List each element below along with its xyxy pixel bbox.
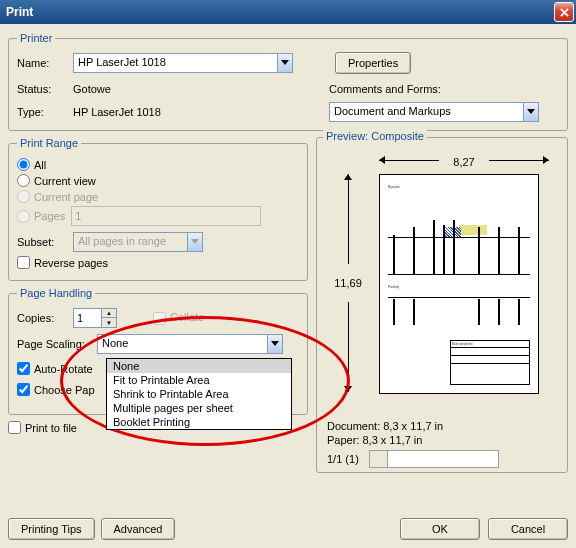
copies-input[interactable]: [73, 308, 101, 328]
range-all-radio[interactable]: [17, 158, 30, 171]
reverse-pages-label: Reverse pages: [34, 257, 108, 269]
window-title: Print: [6, 5, 33, 19]
print-range-group: Print Range All Current view Current pag…: [8, 137, 308, 281]
close-icon: [560, 8, 569, 17]
name-label: Name:: [17, 57, 67, 69]
preview-group: Preview: Composite 8,27 11,69 Rysunek: [316, 137, 568, 473]
printer-name-value: HP LaserJet 1018: [73, 53, 277, 73]
page-scaling-dropdown-list[interactable]: None Fit to Printable Area Shrink to Pri…: [106, 358, 292, 430]
range-pages-input: [71, 206, 261, 226]
copies-spinner[interactable]: ▲▼: [73, 308, 117, 328]
preview-legend: Preview: Composite: [323, 130, 427, 142]
subset-select: All pages in range: [73, 232, 203, 252]
preview-doc-size: Document: 8,3 x 11,7 in: [327, 420, 443, 432]
scaling-option[interactable]: Fit to Printable Area: [107, 373, 291, 387]
status-value: Gotowe: [73, 83, 111, 95]
cancel-button[interactable]: Cancel: [488, 518, 568, 540]
comments-label: Comments and Forms:: [329, 83, 441, 95]
scaling-label: Page Scaling:: [17, 338, 91, 350]
auto-rotate-checkbox[interactable]: [17, 362, 30, 375]
auto-rotate-label: Auto-Rotate: [34, 363, 93, 375]
range-legend: Print Range: [17, 137, 81, 149]
spin-down-icon[interactable]: ▼: [102, 318, 116, 327]
subset-label: Subset:: [17, 236, 67, 248]
print-to-file-label: Print to file: [25, 422, 77, 434]
scaling-option[interactable]: Multiple pages per sheet: [107, 401, 291, 415]
printer-group: Printer Name: HP LaserJet 1018 Propertie…: [8, 32, 568, 131]
chevron-down-icon: [267, 334, 283, 354]
range-current-view-radio[interactable]: [17, 174, 30, 187]
close-button[interactable]: [554, 2, 574, 22]
printing-tips-button[interactable]: Printing Tips: [8, 518, 95, 540]
printer-name-select[interactable]: HP LaserJet 1018: [73, 53, 293, 73]
chevron-down-icon: [187, 232, 203, 252]
range-current-view-label: Current view: [34, 175, 96, 187]
copies-label: Copies:: [17, 312, 67, 324]
range-current-page-label: Current page: [34, 191, 98, 203]
choose-paper-checkbox[interactable]: [17, 383, 30, 396]
type-value: HP LaserJet 1018: [73, 106, 161, 118]
range-all-label: All: [34, 159, 46, 171]
range-pages-radio: [17, 210, 30, 223]
title-bar: Print: [0, 0, 576, 24]
comments-value: Document and Markups: [329, 102, 523, 122]
reverse-pages-checkbox[interactable]: [17, 256, 30, 269]
properties-button[interactable]: Properties: [335, 52, 411, 74]
scaling-option[interactable]: Shrink to Printable Area: [107, 387, 291, 401]
collate-checkbox: [153, 312, 166, 325]
collate-label: Collate: [170, 311, 204, 323]
range-pages-label: Pages: [34, 210, 65, 222]
subset-value: All pages in range: [73, 232, 187, 252]
preview-width-value: 8,27: [453, 156, 474, 168]
handling-legend: Page Handling: [17, 287, 95, 299]
scaling-option[interactable]: None: [107, 359, 291, 373]
preview-page-indicator: 1/1 (1): [327, 453, 359, 465]
ok-button[interactable]: OK: [400, 518, 480, 540]
advanced-button[interactable]: Advanced: [101, 518, 176, 540]
chevron-down-icon: [523, 102, 539, 122]
choose-paper-label: Choose Pap: [34, 384, 95, 396]
preview-width-dim: 8,27: [379, 156, 549, 168]
preview-paper-size: Paper: 8,3 x 11,7 in: [327, 434, 422, 446]
preview-height-dim: 11,69: [331, 174, 365, 392]
status-label: Status:: [17, 83, 67, 95]
chevron-down-icon: [277, 53, 293, 73]
print-to-file-checkbox[interactable]: [8, 421, 21, 434]
comments-select[interactable]: Document and Markups: [329, 102, 539, 122]
page-scaling-value: None: [97, 334, 267, 354]
preview-page: Rysunek: [379, 174, 539, 394]
scaling-option[interactable]: Booklet Printing: [107, 415, 291, 429]
type-label: Type:: [17, 106, 67, 118]
printer-legend: Printer: [17, 32, 55, 44]
range-current-page-radio: [17, 190, 30, 203]
preview-height-value: 11,69: [334, 277, 362, 289]
spin-up-icon[interactable]: ▲: [102, 309, 116, 318]
preview-page-slider[interactable]: [369, 450, 499, 468]
page-scaling-select[interactable]: None: [97, 334, 283, 354]
